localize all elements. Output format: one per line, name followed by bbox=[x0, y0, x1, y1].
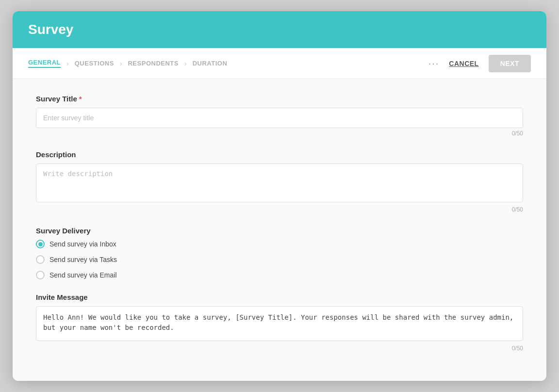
more-options-icon[interactable]: ··· bbox=[428, 58, 440, 69]
nav-actions: ··· CANCEL NEXT bbox=[428, 55, 531, 72]
survey-title-char-count: 0/50 bbox=[36, 130, 523, 137]
survey-title-label: Survey Title * bbox=[36, 95, 523, 103]
nav-step-respondents[interactable]: RESPONDENTS bbox=[128, 60, 178, 67]
required-star: * bbox=[79, 95, 82, 103]
delivery-radio-group: Send survey via Inbox Send survey via Ta… bbox=[36, 240, 523, 279]
modal-nav: GENERAL › QUESTIONS › RESPONDENTS › DURA… bbox=[13, 48, 546, 79]
chevron-icon-1: › bbox=[66, 60, 69, 67]
radio-tasks bbox=[36, 255, 45, 264]
radio-inbox bbox=[36, 240, 45, 248]
modal-title: Survey bbox=[28, 22, 531, 37]
description-section: Description 0/50 bbox=[36, 150, 523, 213]
survey-title-section: Survey Title * 0/50 bbox=[36, 95, 523, 137]
nav-steps: GENERAL › QUESTIONS › RESPONDENTS › DURA… bbox=[28, 59, 428, 68]
chevron-icon-2: › bbox=[120, 60, 122, 67]
survey-title-input[interactable] bbox=[36, 108, 523, 128]
delivery-option-email[interactable]: Send survey via Email bbox=[36, 271, 523, 279]
survey-modal: Survey GENERAL › QUESTIONS › RESPONDENTS… bbox=[13, 11, 546, 381]
invite-message-label: Invite Message bbox=[36, 293, 523, 301]
survey-delivery-section: Survey Delivery Send survey via Inbox Se… bbox=[36, 227, 523, 279]
nav-step-questions[interactable]: QUESTIONS bbox=[75, 60, 114, 67]
description-label: Description bbox=[36, 150, 523, 159]
survey-delivery-label: Survey Delivery bbox=[36, 227, 523, 235]
modal-header: Survey bbox=[13, 11, 546, 48]
description-textarea[interactable] bbox=[36, 163, 523, 202]
delivery-option-tasks[interactable]: Send survey via Tasks bbox=[36, 255, 523, 264]
next-button[interactable]: NEXT bbox=[489, 55, 531, 72]
description-char-count: 0/50 bbox=[36, 206, 523, 213]
radio-email bbox=[36, 271, 45, 279]
invite-message-textarea[interactable] bbox=[36, 306, 523, 341]
invite-message-section: Invite Message 0/50 bbox=[36, 293, 523, 352]
modal-body: Survey Title * 0/50 Description 0/50 Sur… bbox=[13, 79, 546, 381]
nav-step-general[interactable]: GENERAL bbox=[28, 59, 61, 68]
cancel-button[interactable]: CANCEL bbox=[447, 56, 480, 71]
chevron-icon-3: › bbox=[184, 60, 187, 67]
invite-message-char-count: 0/50 bbox=[36, 345, 523, 352]
delivery-option-inbox[interactable]: Send survey via Inbox bbox=[36, 240, 523, 248]
nav-step-duration[interactable]: DURATION bbox=[193, 60, 228, 67]
